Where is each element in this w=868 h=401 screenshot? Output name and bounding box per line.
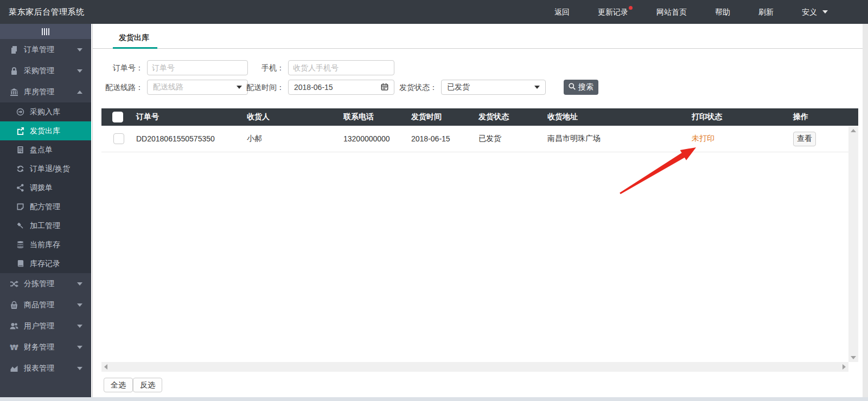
print-status-link[interactable]: 未打印 xyxy=(692,134,714,143)
chevron-down-icon xyxy=(77,69,82,73)
sidebar-item-processing[interactable]: 加工管理 xyxy=(0,216,91,235)
status-label: 发货状态： xyxy=(399,80,437,95)
scroll-right-icon[interactable] xyxy=(843,364,846,370)
col-phone: 联系电话 xyxy=(343,112,411,122)
view-button[interactable]: 查看 xyxy=(793,132,816,146)
col-address: 收货地址 xyxy=(547,112,692,122)
tab-underline xyxy=(113,47,157,49)
sidebar-item-users[interactable]: 用户管理 xyxy=(0,315,91,337)
col-ship-time: 发货时间 xyxy=(411,112,478,122)
phone-input[interactable] xyxy=(288,60,394,75)
book-icon xyxy=(16,260,24,268)
svg-text:₩: ₩ xyxy=(10,343,18,352)
order-no-input[interactable] xyxy=(147,60,248,75)
invert-selection-button[interactable]: 反选 xyxy=(133,378,162,392)
database-icon xyxy=(16,241,24,249)
horizontal-scrollbar[interactable] xyxy=(101,362,848,372)
sidebar-item-recipes[interactable]: 配方管理 xyxy=(0,197,91,216)
chevron-down-icon xyxy=(77,282,82,286)
bottom-edge-strip xyxy=(0,397,868,401)
date-input[interactable]: 2018-06-15 xyxy=(288,80,394,95)
topbar-nav: 返回 更新记录 网站首页 帮助 刷新 安义 xyxy=(540,0,842,24)
sidebar-item-transfer[interactable]: 调拨单 xyxy=(0,178,91,197)
row-checkbox[interactable] xyxy=(113,133,124,144)
nav-site-home[interactable]: 网站首页 xyxy=(642,0,701,24)
nav-help[interactable]: 帮助 xyxy=(701,0,744,24)
date-label: 配送时间： xyxy=(245,80,284,95)
collapse-icon xyxy=(42,28,49,35)
gavel-icon xyxy=(16,222,24,230)
vertical-scrollbar[interactable] xyxy=(848,126,858,362)
sidebar-item-purchase-inbound[interactable]: 采购入库 xyxy=(0,102,91,121)
sidebar-collapse-button[interactable] xyxy=(0,24,91,39)
col-action: 操作 xyxy=(793,112,858,122)
search-icon xyxy=(569,83,576,92)
refresh-icon xyxy=(16,165,24,173)
sidebar-item-sorting[interactable]: 分拣管理 xyxy=(0,273,91,294)
phone-label: 手机： xyxy=(247,60,284,75)
cell-ship-status: 已发货 xyxy=(478,134,547,144)
nav-refresh[interactable]: 刷新 xyxy=(744,0,788,24)
user-menu[interactable]: 安义 xyxy=(788,0,842,24)
notification-dot xyxy=(629,6,633,10)
share-icon xyxy=(16,184,24,192)
bank-icon xyxy=(10,88,18,96)
lock-icon xyxy=(10,67,18,75)
sign-in-icon xyxy=(16,108,24,116)
sidebar-item-ship-outbound[interactable]: 发货出库 xyxy=(0,121,91,140)
scrollbar-corner xyxy=(848,362,858,372)
status-select[interactable]: 已发货 xyxy=(441,80,546,95)
app-title: 菜东家后台管理系统 xyxy=(9,7,85,17)
tab-ship-outbound[interactable]: 发货出库 xyxy=(119,24,149,49)
shuffle-icon xyxy=(10,280,18,288)
tab-bar: 发货出库 xyxy=(93,24,868,49)
sidebar-item-stocktake[interactable]: 盘点单 xyxy=(0,140,91,159)
sidebar-item-products[interactable]: 商品管理 xyxy=(0,294,91,315)
area-chart-icon xyxy=(10,364,18,373)
table-row: DD2018061550575350 小郝 13200000000 2018-0… xyxy=(101,126,858,152)
sidebar-item-purchasing[interactable]: 采购管理 xyxy=(0,60,91,81)
sidebar-item-reports[interactable]: 报表管理 xyxy=(0,358,91,379)
note-icon xyxy=(16,203,24,211)
sidebar-item-returns[interactable]: 订单退/换货 xyxy=(0,159,91,178)
calculator-icon xyxy=(16,146,24,154)
search-button[interactable]: 搜索 xyxy=(564,80,598,95)
chevron-down-icon xyxy=(77,303,82,307)
scroll-left-icon[interactable] xyxy=(104,364,107,370)
scroll-down-icon[interactable] xyxy=(851,356,856,359)
route-label: 配送线路： xyxy=(93,80,143,95)
chevron-down-icon xyxy=(77,367,82,370)
sidebar-item-stock-records[interactable]: 库存记录 xyxy=(0,254,91,273)
sidebar-item-finance[interactable]: ₩ 财务管理 xyxy=(0,337,91,358)
page-scrollbar-track[interactable] xyxy=(863,24,868,401)
main-content: 发货出库 订单号： 手机： 配送线路： 配送线路 配送时间： 2018-06-1… xyxy=(92,24,868,401)
sidebar-item-current-stock[interactable]: 当前库存 xyxy=(0,235,91,254)
calendar-icon xyxy=(381,83,388,92)
chevron-up-icon xyxy=(77,90,82,94)
warehouse-submenu: 采购入库 发货出库 盘点单 订单退/换货 调拨单 xyxy=(0,102,91,273)
sidebar-item-warehouse[interactable]: 库房管理 xyxy=(0,81,91,102)
route-select[interactable]: 配送线路 xyxy=(147,80,248,95)
order-no-label: 订单号： xyxy=(93,60,143,75)
cell-phone: 13200000000 xyxy=(343,134,411,143)
cell-ship-time: 2018-06-15 xyxy=(411,134,478,143)
chevron-down-icon xyxy=(77,325,82,328)
sidebar: 订单管理 采购管理 库房管理 采购入库 发货出库 xyxy=(0,24,91,397)
sidebar-item-orders[interactable]: 订单管理 xyxy=(0,39,91,60)
select-all-checkbox[interactable] xyxy=(112,112,123,122)
chevron-down-icon xyxy=(77,48,82,51)
col-receiver: 收货人 xyxy=(247,112,343,122)
chevron-down-icon xyxy=(534,86,540,89)
scroll-up-icon[interactable] xyxy=(851,129,856,132)
nav-back[interactable]: 返回 xyxy=(540,0,584,24)
nav-update-log[interactable]: 更新记录 xyxy=(584,0,642,24)
basket-icon xyxy=(10,301,18,309)
select-all-button[interactable]: 全选 xyxy=(104,378,133,392)
chevron-down-icon xyxy=(822,10,828,14)
username: 安义 xyxy=(802,0,817,24)
col-ship-status: 发货状态 xyxy=(478,112,547,122)
chevron-down-icon xyxy=(237,86,242,89)
cell-order-no: DD2018061550575350 xyxy=(136,134,247,143)
topbar: 菜东家后台管理系统 返回 更新记录 网站首页 帮助 刷新 安义 xyxy=(0,0,868,24)
cell-address: 南昌市明珠广场 xyxy=(547,134,692,144)
